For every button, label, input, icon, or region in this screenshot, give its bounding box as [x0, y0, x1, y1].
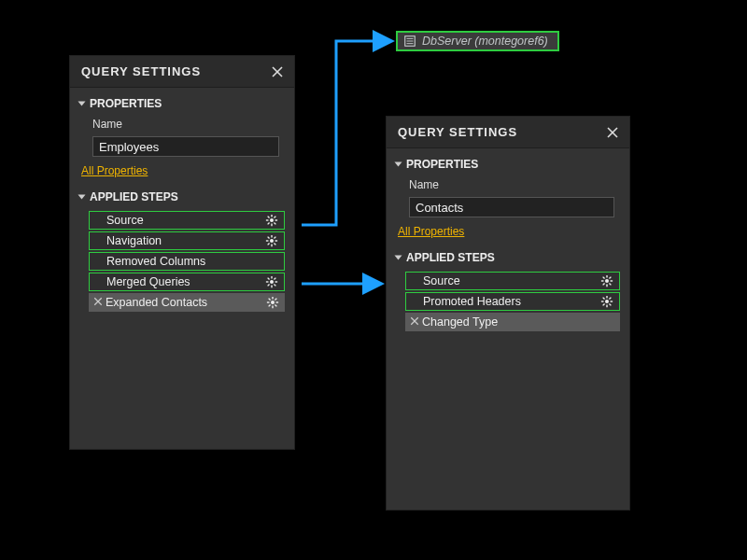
query-name-input[interactable] — [409, 197, 614, 217]
applied-step-label: Removed Columns — [106, 255, 278, 268]
collapse-triangle-icon — [395, 162, 402, 167]
applied-steps-list: SourcePromoted HeadersChanged Type — [405, 272, 620, 331]
properties-header-label: PROPERTIES — [90, 97, 162, 110]
applied-step[interactable]: Expanded Contacts — [89, 293, 285, 312]
name-field-label: Name — [79, 118, 285, 131]
delete-step-icon[interactable] — [409, 315, 420, 327]
applied-step[interactable]: Merged Queries — [89, 273, 285, 291]
properties-section-header[interactable]: PROPERTIES — [396, 158, 620, 171]
panel-title: QUERY SETTINGS — [81, 64, 201, 78]
applied-steps-list: SourceNavigationRemoved ColumnsMerged Qu… — [89, 211, 285, 312]
applied-step[interactable]: Navigation — [89, 231, 285, 250]
panel-title: QUERY SETTINGS — [398, 125, 517, 139]
query-name-input[interactable] — [92, 136, 279, 157]
all-properties-link[interactable]: All Properties — [79, 164, 285, 177]
query-settings-panel-employees: QUERY SETTINGS PROPERTIES Name All Prope… — [69, 55, 295, 450]
db-server-label: DbServer (montegoref6) — [422, 35, 548, 48]
panel-header: QUERY SETTINGS — [70, 56, 294, 88]
gear-icon[interactable] — [266, 296, 279, 309]
applied-steps-section-header[interactable]: APPLIED STEPS — [79, 190, 285, 203]
panel-header: QUERY SETTINGS — [387, 117, 629, 148]
close-icon[interactable] — [270, 64, 285, 79]
delete-step-icon[interactable] — [92, 296, 104, 307]
collapse-triangle-icon — [78, 102, 86, 106]
db-server-node[interactable]: DbServer (montegoref6) — [396, 31, 559, 51]
name-field-label: Name — [396, 178, 620, 191]
gear-icon[interactable] — [600, 274, 613, 287]
applied-step-label: Merged Queries — [106, 275, 265, 288]
gear-icon[interactable] — [265, 214, 278, 227]
gear-icon[interactable] — [265, 234, 278, 247]
properties-header-label: PROPERTIES — [406, 158, 478, 171]
applied-steps-section-header[interactable]: APPLIED STEPS — [396, 251, 620, 264]
applied-step-label: Promoted Headers — [423, 295, 600, 308]
gear-icon[interactable] — [265, 275, 278, 288]
applied-steps-header-label: APPLIED STEPS — [406, 251, 495, 264]
all-properties-link[interactable]: All Properties — [396, 225, 620, 238]
applied-step-label: Source — [106, 214, 265, 227]
database-icon — [403, 35, 416, 48]
applied-steps-header-label: APPLIED STEPS — [90, 190, 178, 203]
applied-step-label: Navigation — [106, 234, 265, 247]
collapse-triangle-icon — [395, 256, 402, 260]
applied-step[interactable]: Removed Columns — [89, 252, 285, 271]
applied-step-label: Source — [423, 274, 600, 287]
applied-step[interactable]: Promoted Headers — [405, 292, 620, 311]
applied-step-label: Changed Type — [422, 315, 614, 329]
applied-step[interactable]: Changed Type — [405, 313, 620, 331]
applied-step-label: Expanded Contacts — [106, 296, 266, 309]
applied-step[interactable]: Source — [89, 211, 285, 230]
gear-icon[interactable] — [600, 295, 613, 308]
collapse-triangle-icon — [78, 195, 86, 200]
query-settings-panel-contacts: QUERY SETTINGS PROPERTIES Name All Prope… — [386, 116, 630, 511]
close-icon[interactable] — [605, 125, 620, 140]
properties-section-header[interactable]: PROPERTIES — [79, 97, 285, 110]
applied-step[interactable]: Source — [405, 272, 620, 290]
